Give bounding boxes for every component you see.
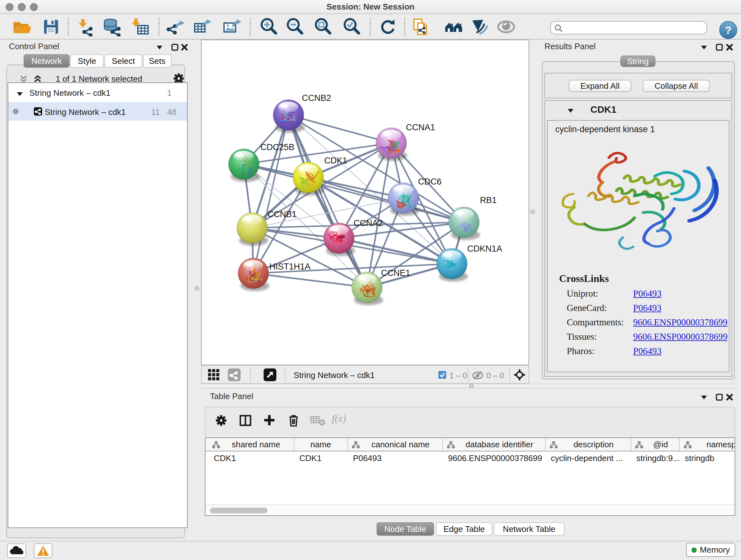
split-columns-icon[interactable]: [239, 414, 252, 430]
table-horizontal-scrollbar[interactable]: [205, 504, 735, 515]
table-cell[interactable]: stringdb:9...: [636, 453, 680, 463]
table-panel-float-icon[interactable]: [716, 393, 723, 401]
crosslink-link[interactable]: 9606.ENSP00000378699: [633, 331, 728, 342]
collapse-all-button[interactable]: Collapse All: [643, 80, 710, 92]
crosshair-icon[interactable]: [514, 369, 525, 381]
table-cell[interactable]: P06493: [353, 453, 382, 463]
table-cell[interactable]: cyclin-dependent ...: [551, 453, 623, 463]
horizontal-split-divider[interactable]: [201, 384, 738, 388]
crosslink-link[interactable]: P06493: [633, 303, 662, 313]
collapse-all-tree-icon[interactable]: [19, 75, 27, 82]
open-file-icon[interactable]: [11, 17, 30, 37]
hide-selected-icon[interactable]: [470, 17, 489, 37]
import-database-icon[interactable]: [103, 17, 122, 37]
left-split-grip[interactable]: [195, 286, 199, 291]
zoom-in-icon[interactable]: [259, 17, 278, 37]
memory-label: Memory: [700, 545, 730, 555]
table-cell[interactable]: CDK1: [299, 453, 321, 463]
export-table-icon[interactable]: [193, 17, 212, 37]
crosslink-link[interactable]: P06493: [633, 346, 662, 356]
hidden-counts: 0 – 0: [486, 371, 504, 380]
tab-edge-table[interactable]: Edge Table: [436, 522, 492, 536]
zoom-selected-icon[interactable]: [342, 17, 361, 37]
protein-structure-image: [548, 146, 730, 256]
memory-button[interactable]: Memory: [686, 543, 735, 557]
toolbar-separator: [68, 18, 69, 36]
crosslink-link[interactable]: 9606.ENSP00000378699: [633, 317, 728, 327]
right-split-grip[interactable]: [530, 209, 535, 214]
zoom-out-icon[interactable]: [285, 17, 305, 37]
toolbar-separator: [369, 18, 371, 36]
svg-text:HIST1H1A: HIST1H1A: [269, 262, 311, 271]
svg-text:RB1: RB1: [480, 195, 497, 205]
table-toolbar: f(x): [205, 407, 735, 437]
node-table[interactable]: shared namename canonical name database …: [205, 437, 735, 516]
zoom-fit-icon[interactable]: [313, 17, 333, 37]
control-panel-close-icon[interactable]: [181, 44, 188, 51]
export-view-icon[interactable]: [264, 368, 276, 381]
table-panel-close-icon[interactable]: [726, 393, 733, 401]
network-canvas[interactable]: CCNB2CCNA1CDC25BCDK1CDC6RB1CCNB1CCNA2CDK…: [201, 40, 529, 365]
search-icon: [554, 23, 563, 33]
warnings-button[interactable]: [34, 543, 52, 558]
column-header-canonical-name[interactable]: canonical name: [347, 438, 442, 451]
network-row[interactable]: String Network – cdk1 11 48: [8, 102, 187, 121]
birdseye-grid-icon[interactable]: [208, 369, 219, 381]
table-cell[interactable]: CDK1: [214, 453, 236, 463]
tab-network[interactable]: Network: [23, 54, 70, 68]
svg-text:CCNB1: CCNB1: [267, 209, 297, 219]
save-session-icon[interactable]: [42, 17, 61, 37]
gene-disclosure-icon[interactable]: [567, 107, 574, 114]
tab-sets[interactable]: Sets: [143, 54, 172, 68]
svg-text:CCNA1: CCNA1: [406, 123, 435, 132]
control-panel-float-icon[interactable]: [171, 44, 179, 51]
control-panel-menu-icon[interactable]: [156, 44, 163, 51]
search-input[interactable]: [565, 22, 704, 33]
export-network-icon[interactable]: [166, 17, 186, 37]
refresh-icon[interactable]: [378, 17, 397, 37]
expand-all-button[interactable]: Expand All: [569, 80, 631, 92]
crosslink-link[interactable]: P06493: [633, 288, 662, 299]
crosslink-row: Pharos: P06493: [559, 346, 609, 360]
tab-style[interactable]: Style: [70, 54, 104, 68]
add-column-icon[interactable]: [263, 414, 276, 429]
cloud-button[interactable]: [7, 543, 26, 558]
tab-network-table[interactable]: Network Table: [494, 522, 564, 536]
search-box[interactable]: [550, 21, 707, 35]
tab-node-table[interactable]: Node Table: [377, 522, 434, 536]
first-neighbors-icon[interactable]: [444, 17, 463, 37]
column-header-description[interactable]: description: [545, 438, 630, 451]
import-table-icon[interactable]: [131, 17, 150, 37]
selected-checkbox-icon[interactable]: [439, 371, 446, 379]
crosslink-label: Compartments:: [567, 317, 624, 327]
column-header--id[interactable]: @id: [630, 438, 679, 451]
table-cell[interactable]: 9606.ENSP00000378699: [448, 453, 542, 463]
help-button[interactable]: ?: [719, 20, 734, 36]
divider-grip[interactable]: [469, 384, 474, 388]
show-all-icon[interactable]: [496, 17, 516, 37]
crosslink-row: Uniprot: P06493: [559, 288, 609, 303]
delete-column-icon[interactable]: [287, 414, 300, 430]
results-panel-menu-icon[interactable]: [700, 44, 708, 51]
table-panel-menu-icon[interactable]: [700, 393, 708, 401]
copy-share-icon[interactable]: [411, 17, 430, 37]
column-header-shared-name[interactable]: shared name: [208, 438, 293, 451]
table-settings-gear-icon[interactable]: [216, 415, 226, 428]
collection-disclosure-icon[interactable]: [16, 90, 22, 97]
results-panel-float-icon[interactable]: [716, 44, 723, 51]
column-header-name[interactable]: name: [293, 438, 347, 451]
network-collection-row[interactable]: String Network – cdk1 1: [8, 84, 187, 102]
svg-text:CDC25B: CDC25B: [260, 142, 294, 152]
import-network-icon[interactable]: [76, 17, 95, 37]
export-image-icon[interactable]: [222, 17, 241, 37]
view-toolbar-separator: [285, 368, 285, 382]
results-panel-close-icon[interactable]: [726, 44, 733, 51]
tab-string[interactable]: String: [620, 56, 656, 67]
table-cell[interactable]: stringdb: [685, 453, 715, 463]
column-header-namespace[interactable]: namespace: [679, 438, 735, 451]
scrollbar-thumb[interactable]: [210, 508, 267, 513]
column-header-database-identifier[interactable]: database identifier: [442, 438, 545, 451]
network-graph[interactable]: CCNB2CCNA1CDC25BCDK1CDC6RB1CCNB1CCNA2CDK…: [202, 40, 529, 365]
tab-select[interactable]: Select: [105, 54, 142, 68]
network-share-button-icon[interactable]: [228, 368, 241, 381]
